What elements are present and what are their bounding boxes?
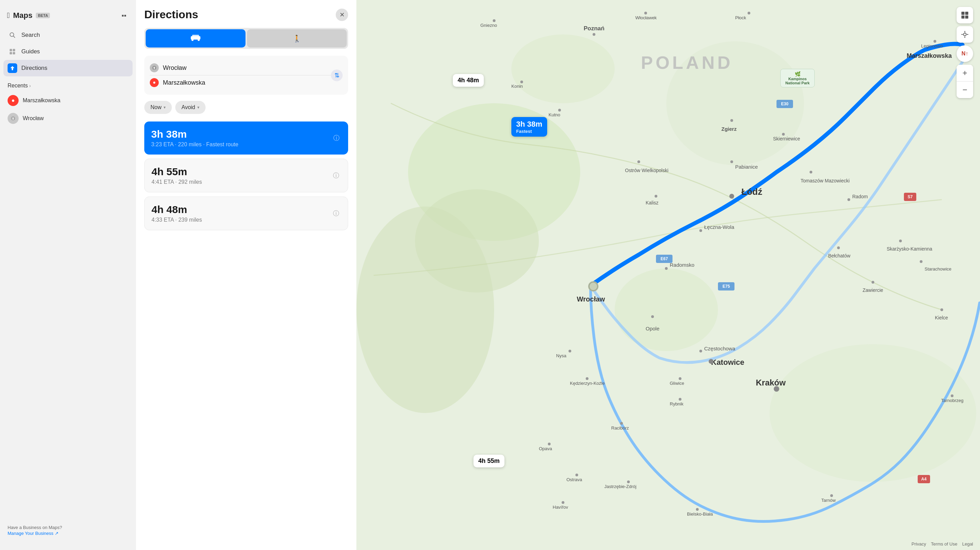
compass-icon: N↑ — [961, 51, 968, 57]
map-background: E30 E67 E75 S7 A4 POLAND Łódź Kraków — [356, 0, 980, 550]
svg-text:Płock: Płock — [735, 15, 746, 20]
now-button[interactable]: Now ▾ — [144, 101, 172, 114]
svg-text:A4: A4 — [921, 477, 927, 482]
recent-pin-icon-red: ● — [8, 95, 19, 106]
map-type-button[interactable] — [956, 7, 973, 24]
svg-point-20 — [356, 207, 494, 413]
location-button[interactable] — [956, 26, 973, 43]
map-controls: N↑ + − — [956, 7, 973, 98]
compass-button[interactable]: N↑ — [956, 45, 973, 62]
route-option-3[interactable]: 4h 48m 4:33 ETA · 239 miles ⓘ — [144, 197, 348, 230]
svg-rect-5 — [13, 52, 15, 54]
drive-tab[interactable] — [146, 29, 245, 48]
svg-point-93 — [679, 377, 681, 380]
svg-text:Tarnów: Tarnów — [821, 498, 836, 503]
to-icon — [150, 78, 159, 87]
svg-point-80 — [748, 12, 750, 14]
legal-link[interactable]: Legal — [962, 541, 973, 547]
app-title: Maps — [13, 11, 32, 20]
svg-text:Legionowo: Legionowo — [921, 43, 943, 49]
svg-text:Skierniewice: Skierniewice — [773, 136, 800, 141]
svg-point-60 — [782, 133, 785, 136]
to-location[interactable]: Marszałkowska — [163, 79, 205, 86]
svg-point-109 — [830, 494, 833, 497]
svg-text:Łódź: Łódź — [741, 186, 762, 197]
route-1-details: 3:23 ETA · 220 miles · Fastest route — [151, 141, 238, 148]
swap-icon: ⇅ — [334, 72, 339, 79]
now-label: Now — [151, 104, 162, 110]
svg-point-99 — [548, 443, 550, 445]
from-icon — [150, 63, 159, 72]
sidebar-toggle-button[interactable]: ▪▪ — [119, 10, 129, 21]
svg-point-70 — [899, 240, 902, 242]
recent-pin-icon-gray — [8, 113, 19, 124]
sidebar-item-guides[interactable]: Guides — [3, 43, 132, 60]
svg-text:Kalisz: Kalisz — [646, 200, 659, 205]
map-container[interactable]: E30 E67 E75 S7 A4 POLAND Łódź Kraków — [356, 0, 980, 550]
sidebar-item-search[interactable]: Search — [3, 27, 132, 43]
svg-text:Racibórz: Racibórz — [611, 425, 629, 431]
alt1-duration: 4h 48m — [458, 77, 479, 84]
svg-text:Nysa: Nysa — [556, 353, 566, 358]
route-option-2[interactable]: 4h 55m 4:41 ETA · 292 miles ⓘ — [144, 159, 348, 192]
route-option-1[interactable]: 3h 38m 3:23 ETA · 220 miles · Fastest ro… — [144, 121, 348, 154]
close-button[interactable]: ✕ — [336, 9, 348, 21]
walk-tab[interactable]: 🚶 — [247, 29, 347, 48]
avoid-button[interactable]: Avoid ▾ — [175, 101, 205, 114]
svg-rect-115 — [965, 12, 968, 15]
svg-text:Radomsko: Radomsko — [670, 262, 695, 268]
recent-wroclaw[interactable]: Wrocław — [0, 110, 136, 127]
svg-text:Włocławek: Włocławek — [635, 15, 657, 20]
svg-point-36 — [729, 194, 734, 199]
svg-text:Marszałkowska: Marszałkowska — [907, 52, 952, 59]
svg-text:Konin: Konin — [511, 84, 523, 89]
svg-text:Tomaszów Mazowiecki: Tomaszów Mazowiecki — [800, 178, 850, 183]
privacy-link[interactable]: Privacy — [912, 541, 926, 547]
svg-point-107 — [696, 508, 699, 511]
svg-text:Pabianice: Pabianice — [735, 164, 758, 170]
walk-icon: 🚶 — [293, 34, 301, 43]
svg-point-10 — [198, 39, 200, 41]
route-2-info-button[interactable]: ⓘ — [331, 171, 341, 180]
fastest-route-callout[interactable]: 3h 38m Fastest — [511, 117, 547, 137]
app-header:  Maps BETA ▪▪ — [0, 7, 136, 21]
route-3-info-button[interactable]: ⓘ — [331, 208, 341, 218]
svg-point-19 — [511, 34, 615, 103]
svg-point-41 — [709, 359, 713, 364]
route-1-info-button[interactable]: ⓘ — [332, 133, 341, 143]
route-2-info: 4h 55m 4:41 ETA · 292 miles — [151, 166, 202, 185]
svg-line-1 — [13, 36, 15, 38]
zoom-out-button[interactable]: − — [956, 81, 973, 98]
from-location[interactable]: Wrocław — [163, 64, 187, 72]
svg-text:Skarżysko-Kamienna: Skarżysko-Kamienna — [887, 246, 932, 251]
svg-point-62 — [637, 161, 640, 163]
alt1-route-callout[interactable]: 4h 48m — [453, 74, 484, 87]
sidebar-item-directions[interactable]: Directions — [3, 60, 132, 76]
recents-chevron[interactable]: › — [29, 83, 31, 89]
transport-tabs: 🚶 — [144, 28, 348, 49]
avoid-label: Avoid — [181, 104, 195, 110]
svg-rect-4 — [10, 52, 12, 54]
terms-link[interactable]: Terms of Use — [931, 541, 958, 547]
swap-button[interactable]: ⇅ — [331, 70, 343, 81]
svg-text:Jastrzębie-Zdrój: Jastrzębie-Zdrój — [605, 484, 636, 489]
zoom-in-button[interactable]: + — [956, 65, 973, 81]
svg-point-89 — [568, 350, 571, 353]
avoid-chevron: ▾ — [197, 105, 199, 110]
svg-text:Gniezno: Gniezno — [480, 23, 497, 28]
svg-text:E75: E75 — [722, 284, 730, 289]
alt2-route-callout[interactable]: 4h 55m — [474, 455, 504, 467]
drive-icon — [190, 33, 201, 43]
svg-text:S7: S7 — [908, 194, 913, 199]
map-footer: Privacy Terms of Use Legal — [912, 541, 973, 547]
recent-marszalkowska[interactable]: ● Marszałkowska — [0, 92, 136, 110]
svg-text:Tarnobrzeg: Tarnobrzeg — [941, 398, 964, 403]
svg-text:Opole: Opole — [646, 326, 659, 331]
svg-point-82 — [934, 40, 936, 43]
recents-section: Recents › — [0, 80, 136, 92]
business-link[interactable]: Manage Your Business ↗ — [8, 531, 59, 536]
zoom-controls: + − — [956, 65, 973, 98]
park-label: Kampinos National Park — [784, 77, 811, 85]
now-chevron: ▾ — [164, 105, 165, 110]
svg-point-72 — [920, 260, 923, 263]
